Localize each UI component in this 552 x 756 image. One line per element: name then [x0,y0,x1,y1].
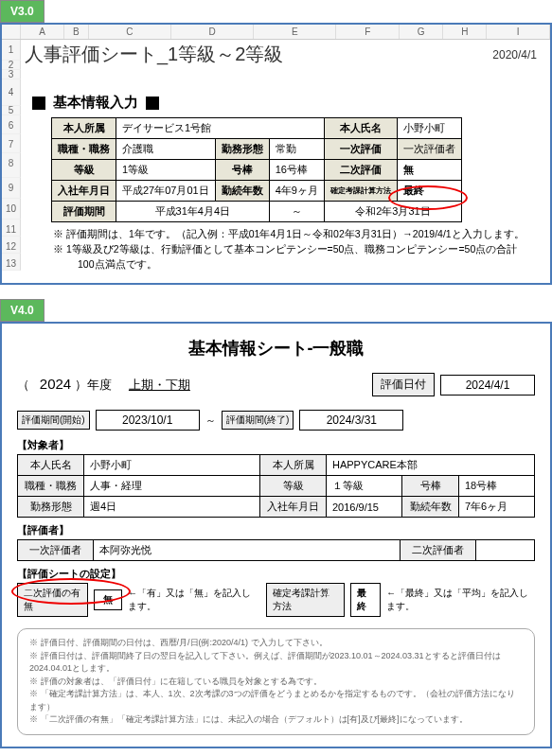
lbl-affiliation: 本人所属 [52,118,116,139]
excel-row-nums: 1 2 3 4 5 6 7 8 9 10 11 12 13 [2,40,21,275]
group-evaluator: 【評価者】 [17,523,535,537]
lbl-worktype: 勤務形態 [215,139,269,160]
val-affiliation[interactable]: デイサービス1号館 [116,118,325,139]
val-years[interactable]: 7年6ヶ月 [459,497,535,518]
lbl-pay: 号棒 [215,160,269,181]
val-primary[interactable]: 本阿弥光悦 [94,540,401,561]
square-icon [146,97,159,110]
val-worktype[interactable]: 常勤 [269,139,324,160]
val-hire[interactable]: 2016/9/15 [327,497,402,518]
lbl-name: 本人氏名 [18,455,84,476]
lbl-period: 評価期間 [52,202,116,222]
square-icon [32,97,45,110]
note-line: 100点満点です。 [78,258,537,272]
top-date: 2020/4/1 [492,48,537,62]
tilde: ～ [205,413,216,428]
val-name[interactable]: 小野小町 [397,118,461,139]
v4-panel: 基本情報シート-一般職 （ 2024 ）年度 上期・下期 評価日付 2024/4… [0,322,552,748]
lbl-sec-yn: 二次評価の有無 [17,583,88,617]
val-grade[interactable]: １等級 [327,476,402,497]
hint-sec: ←「有」又は「無」を記入します。 [128,587,260,613]
lbl-secondary: 二次評価 [324,160,397,181]
version-tag-v4: V4.0 [0,299,552,322]
settings-row: 二次評価の有無 無 ←「有」又は「無」を記入します。 確定考課計算方法 最終 ←… [17,583,535,617]
lbl-name: 本人氏名 [324,118,397,139]
lbl-years: 勤続年数 [215,181,269,202]
year-block: （ 2024 ）年度 上期・下期 [17,376,190,394]
group-target: 【対象者】 [17,438,535,452]
v3-panel: A B C D E F G H I 1 2 3 4 5 6 7 8 9 10 1… [0,23,552,285]
lbl-hire: 入社年月日 [52,181,116,202]
val-pay[interactable]: 18号棒 [459,476,535,497]
lbl-affiliation: 本人所属 [260,455,327,476]
lbl-hire: 入社年月日 [260,497,327,518]
val-grade[interactable]: 1等級 [116,160,216,181]
lbl-grade: 等級 [260,476,327,497]
eval-date-label: 評価日付 [372,373,435,396]
target-table: 本人氏名 小野小町 本人所属 HAPPYCARE本部 職種・職務 人事・経理 等… [17,454,535,518]
val-years[interactable]: 4年9ヶ月 [269,181,324,202]
val-worktype[interactable]: 週4日 [84,497,260,518]
val-saishu[interactable]: 最終 [397,181,461,202]
year-value[interactable]: 2024 [40,376,71,392]
lbl-method: 確定考課計算方法 [324,181,397,202]
period-start-value[interactable]: 2023/10/1 [96,410,200,431]
period-start-label: 評価期間(開始) [17,411,90,430]
lbl-jobtype: 職種・職務 [18,476,84,497]
lbl-years: 勤続年数 [402,497,459,518]
hint-method: ←「最終」又は「平均」を記入します。 [386,587,535,613]
val-period-to[interactable]: 令和2年3月31日 [324,202,461,222]
lbl-secondary: 二次評価者 [401,540,476,561]
val-method[interactable]: 最終 [350,583,380,617]
evaluator-table: 一次評価者 本阿弥光悦 二次評価者 [17,539,535,561]
group-settings: 【評価シートの設定】 [17,567,535,581]
val-affiliation[interactable]: HAPPYCARE本部 [327,455,535,476]
val-sec-yn[interactable]: 無 [94,589,122,610]
val-secondary[interactable] [476,540,535,561]
tilde: ～ [269,202,324,222]
lbl-primary: 一次評価者 [18,540,94,561]
lbl-grade: 等級 [52,160,116,181]
note-line: ※ 1等級及び2等級は、行動評価として基本コンピテンシー=50点、職務コンピテン… [53,243,537,256]
lbl-pay: 号棒 [402,476,459,497]
version-tag-v3: V3.0 [0,0,552,23]
val-mu[interactable]: 無 [397,160,461,181]
v4-title: 基本情報シート-一般職 [17,337,535,360]
val-hire[interactable]: 平成27年07月01日 [116,181,216,202]
sheet-title: 人事評価シート_1等級～2等級 [25,42,492,67]
fine-print: ※ 評価日付、評価期間の日付は、西暦/月/日(例:2020/4/1) で入力して… [17,628,535,735]
val-pay[interactable]: 16号棒 [269,160,324,181]
val-period-from[interactable]: 平成31年4月4日 [116,202,270,222]
val-jobtype[interactable]: 介護職 [116,139,216,160]
excel-col-header: A B C D E F G H I [2,25,550,40]
section-heading: 基本情報入力 [32,94,546,112]
v3-table: 本人所属 デイサービス1号館 本人氏名 小野小町 職種・職務 介護職 勤務形態 … [51,117,462,222]
val-name[interactable]: 小野小町 [84,455,260,476]
lbl-method: 確定考課計算方法 [266,583,346,617]
period-end-label: 評価期間(終了) [222,411,294,430]
period-end-value[interactable]: 2024/3/31 [299,410,403,431]
eval-date-value[interactable]: 2024/4/1 [440,375,535,396]
val-jobtype[interactable]: 人事・経理 [84,476,260,497]
lbl-jobtype: 職種・職務 [52,139,116,160]
note-line: ※ 評価期間は、1年です。（記入例：平成01年4月1日～令和02年3月31日）→… [53,228,537,241]
lbl-worktype: 勤務形態 [18,497,84,518]
lbl-primary-evaluator: 一次評価者 [397,139,461,160]
lbl-primary: 一次評価 [324,139,397,160]
term-select[interactable]: 上期・下期 [129,378,190,392]
